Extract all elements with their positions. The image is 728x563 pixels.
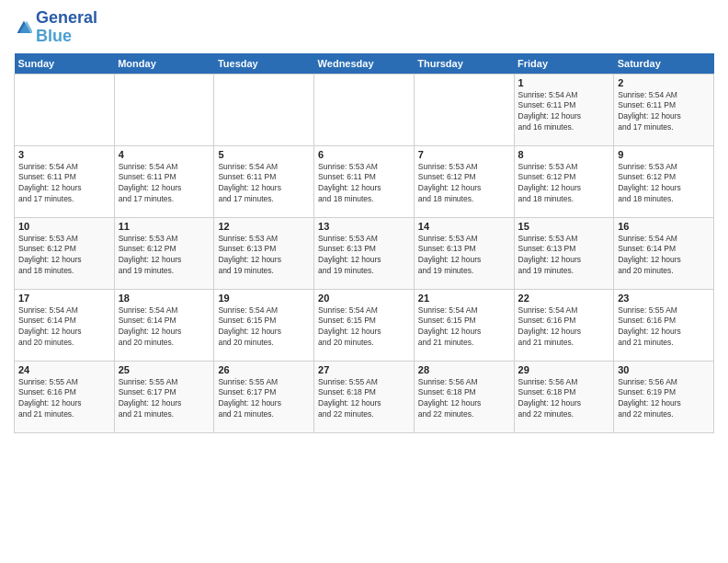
weekday-header-cell: Friday <box>514 53 614 75</box>
calendar-week-row: 1Sunrise: 5:54 AMSunset: 6:11 PMDaylight… <box>15 74 714 145</box>
day-number: 14 <box>418 221 510 232</box>
weekday-header-cell: Monday <box>114 53 214 75</box>
logo-text-line2: Blue <box>36 28 97 46</box>
day-info: Sunrise: 5:53 AMSunset: 6:13 PMDaylight:… <box>518 234 610 278</box>
calendar-cell <box>314 74 415 145</box>
day-number: 4 <box>119 149 210 160</box>
page-container: General Blue SundayMondayTuesdayWednesda… <box>0 0 728 442</box>
day-info: Sunrise: 5:55 AMSunset: 6:17 PMDaylight:… <box>218 377 310 421</box>
calendar-table: SundayMondayTuesdayWednesdayThursdayFrid… <box>14 53 714 433</box>
weekday-header-cell: Thursday <box>414 53 514 75</box>
calendar-cell: 20Sunrise: 5:54 AMSunset: 6:15 PMDayligh… <box>314 289 415 361</box>
calendar-cell: 21Sunrise: 5:54 AMSunset: 6:15 PMDayligh… <box>414 289 514 361</box>
weekday-header-cell: Wednesday <box>314 53 415 75</box>
day-number: 25 <box>119 364 210 375</box>
day-info: Sunrise: 5:54 AMSunset: 6:15 PMDaylight:… <box>218 305 310 350</box>
calendar-cell: 12Sunrise: 5:53 AMSunset: 6:13 PMDayligh… <box>214 217 314 289</box>
day-number: 7 <box>418 149 510 160</box>
calendar-cell: 2Sunrise: 5:54 AMSunset: 6:11 PMDaylight… <box>614 74 714 145</box>
day-number: 19 <box>218 293 310 304</box>
calendar-cell: 8Sunrise: 5:53 AMSunset: 6:12 PMDaylight… <box>514 145 614 217</box>
calendar-cell: 23Sunrise: 5:55 AMSunset: 6:16 PMDayligh… <box>614 289 714 361</box>
calendar-cell: 19Sunrise: 5:54 AMSunset: 6:15 PMDayligh… <box>214 289 314 361</box>
day-info: Sunrise: 5:54 AMSunset: 6:16 PMDaylight:… <box>518 305 610 350</box>
day-info: Sunrise: 5:53 AMSunset: 6:12 PMDaylight:… <box>518 162 610 206</box>
calendar-cell: 15Sunrise: 5:53 AMSunset: 6:13 PMDayligh… <box>514 217 614 289</box>
day-info: Sunrise: 5:54 AMSunset: 6:14 PMDaylight:… <box>618 234 710 278</box>
calendar-cell: 22Sunrise: 5:54 AMSunset: 6:16 PMDayligh… <box>514 289 614 361</box>
day-info: Sunrise: 5:53 AMSunset: 6:12 PMDaylight:… <box>418 162 510 206</box>
day-info: Sunrise: 5:54 AMSunset: 6:11 PMDaylight:… <box>18 162 110 206</box>
day-number: 16 <box>618 221 710 232</box>
calendar-cell: 25Sunrise: 5:55 AMSunset: 6:17 PMDayligh… <box>114 361 214 432</box>
calendar-cell: 13Sunrise: 5:53 AMSunset: 6:13 PMDayligh… <box>314 217 415 289</box>
day-number: 27 <box>318 364 410 375</box>
calendar-cell: 26Sunrise: 5:55 AMSunset: 6:17 PMDayligh… <box>214 361 314 432</box>
day-info: Sunrise: 5:54 AMSunset: 6:11 PMDaylight:… <box>518 90 610 134</box>
day-number: 21 <box>418 293 510 304</box>
day-info: Sunrise: 5:56 AMSunset: 6:19 PMDaylight:… <box>618 377 710 421</box>
day-number: 8 <box>518 149 610 160</box>
logo-text-line1: General <box>36 9 97 28</box>
calendar-cell: 10Sunrise: 5:53 AMSunset: 6:12 PMDayligh… <box>15 217 115 289</box>
calendar-cell: 29Sunrise: 5:56 AMSunset: 6:18 PMDayligh… <box>514 361 614 432</box>
day-number: 28 <box>418 364 510 375</box>
calendar-cell: 28Sunrise: 5:56 AMSunset: 6:18 PMDayligh… <box>414 361 514 432</box>
day-info: Sunrise: 5:53 AMSunset: 6:12 PMDaylight:… <box>119 234 210 278</box>
day-number: 9 <box>618 149 710 160</box>
day-number: 13 <box>318 221 410 232</box>
calendar-cell: 24Sunrise: 5:55 AMSunset: 6:16 PMDayligh… <box>15 361 115 432</box>
calendar-cell: 18Sunrise: 5:54 AMSunset: 6:14 PMDayligh… <box>114 289 214 361</box>
day-info: Sunrise: 5:54 AMSunset: 6:15 PMDaylight:… <box>318 305 410 350</box>
day-info: Sunrise: 5:54 AMSunset: 6:14 PMDaylight:… <box>18 305 110 350</box>
day-info: Sunrise: 5:56 AMSunset: 6:18 PMDaylight:… <box>518 377 610 421</box>
day-number: 3 <box>18 149 110 160</box>
calendar-week-row: 3Sunrise: 5:54 AMSunset: 6:11 PMDaylight… <box>15 145 714 217</box>
day-number: 17 <box>18 293 110 304</box>
day-info: Sunrise: 5:55 AMSunset: 6:18 PMDaylight:… <box>318 377 410 421</box>
logo-icon <box>16 19 32 36</box>
calendar-week-row: 10Sunrise: 5:53 AMSunset: 6:12 PMDayligh… <box>15 217 714 289</box>
weekday-header-cell: Saturday <box>614 53 714 75</box>
calendar-cell: 6Sunrise: 5:53 AMSunset: 6:11 PMDaylight… <box>314 145 415 217</box>
day-number: 1 <box>518 77 610 88</box>
calendar-cell: 11Sunrise: 5:53 AMSunset: 6:12 PMDayligh… <box>114 217 214 289</box>
day-info: Sunrise: 5:54 AMSunset: 6:11 PMDaylight:… <box>618 90 710 134</box>
calendar-cell <box>15 74 115 145</box>
day-info: Sunrise: 5:55 AMSunset: 6:17 PMDaylight:… <box>119 377 210 421</box>
day-number: 6 <box>318 149 410 160</box>
day-info: Sunrise: 5:53 AMSunset: 6:13 PMDaylight:… <box>418 234 510 278</box>
day-number: 2 <box>618 77 710 88</box>
day-info: Sunrise: 5:54 AMSunset: 6:11 PMDaylight:… <box>218 162 310 206</box>
calendar-cell <box>114 74 214 145</box>
day-info: Sunrise: 5:53 AMSunset: 6:11 PMDaylight:… <box>318 162 410 206</box>
calendar-cell: 7Sunrise: 5:53 AMSunset: 6:12 PMDaylight… <box>414 145 514 217</box>
page-header: General Blue <box>14 9 714 46</box>
day-number: 26 <box>218 364 310 375</box>
calendar-cell: 27Sunrise: 5:55 AMSunset: 6:18 PMDayligh… <box>314 361 415 432</box>
calendar-week-row: 17Sunrise: 5:54 AMSunset: 6:14 PMDayligh… <box>15 289 714 361</box>
calendar-cell: 1Sunrise: 5:54 AMSunset: 6:11 PMDaylight… <box>514 74 614 145</box>
calendar-cell: 5Sunrise: 5:54 AMSunset: 6:11 PMDaylight… <box>214 145 314 217</box>
weekday-header-cell: Tuesday <box>214 53 314 75</box>
day-info: Sunrise: 5:53 AMSunset: 6:12 PMDaylight:… <box>618 162 710 206</box>
day-number: 24 <box>18 364 110 375</box>
calendar-cell: 3Sunrise: 5:54 AMSunset: 6:11 PMDaylight… <box>15 145 115 217</box>
logo: General Blue <box>14 9 97 46</box>
calendar-cell: 16Sunrise: 5:54 AMSunset: 6:14 PMDayligh… <box>614 217 714 289</box>
weekday-header-row: SundayMondayTuesdayWednesdayThursdayFrid… <box>15 53 714 75</box>
day-number: 11 <box>119 221 210 232</box>
day-number: 29 <box>518 364 610 375</box>
day-number: 22 <box>518 293 610 304</box>
calendar-cell: 30Sunrise: 5:56 AMSunset: 6:19 PMDayligh… <box>614 361 714 432</box>
calendar-week-row: 24Sunrise: 5:55 AMSunset: 6:16 PMDayligh… <box>15 361 714 432</box>
day-number: 20 <box>318 293 410 304</box>
day-info: Sunrise: 5:55 AMSunset: 6:16 PMDaylight:… <box>18 377 110 421</box>
day-info: Sunrise: 5:53 AMSunset: 6:12 PMDaylight:… <box>18 234 110 278</box>
day-info: Sunrise: 5:54 AMSunset: 6:14 PMDaylight:… <box>119 305 210 350</box>
day-number: 23 <box>618 293 710 304</box>
day-info: Sunrise: 5:53 AMSunset: 6:13 PMDaylight:… <box>318 234 410 278</box>
day-number: 18 <box>119 293 210 304</box>
day-number: 15 <box>518 221 610 232</box>
calendar-cell: 14Sunrise: 5:53 AMSunset: 6:13 PMDayligh… <box>414 217 514 289</box>
